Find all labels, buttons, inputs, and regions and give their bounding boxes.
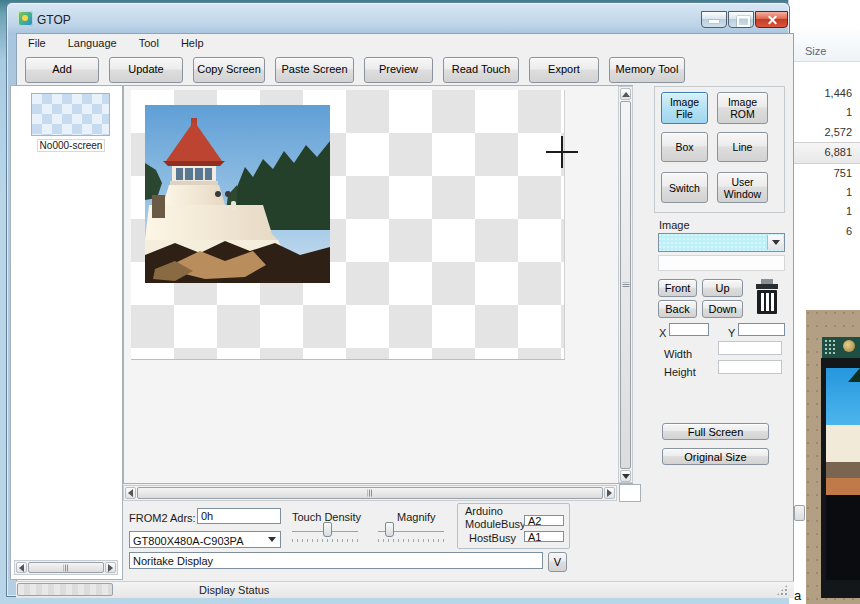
- screen-thumbnail[interactable]: [31, 93, 110, 136]
- v-button[interactable]: V: [548, 552, 567, 572]
- status-bar: [16, 581, 794, 598]
- display-shadow-band: [826, 462, 860, 478]
- size-row-selected[interactable]: 6,881: [788, 142, 860, 163]
- from2-adrs-label: FROM2 Adrs:: [129, 512, 196, 524]
- menu-language[interactable]: Language: [57, 35, 128, 52]
- status-progress-bar: [17, 583, 113, 596]
- size-column-header[interactable]: Size: [788, 28, 860, 62]
- size-header-label: Size: [805, 45, 826, 57]
- size-row[interactable]: 751: [788, 164, 860, 183]
- scroll-right-button[interactable]: [105, 562, 116, 573]
- preview-button[interactable]: Preview: [364, 57, 433, 83]
- front-button[interactable]: Front: [658, 279, 697, 297]
- full-screen-button[interactable]: Full Screen: [662, 423, 769, 440]
- chevron-down-icon[interactable]: [264, 533, 279, 546]
- size-row[interactable]: 6: [788, 222, 860, 241]
- placed-image-lighthouse[interactable]: [145, 105, 330, 283]
- menu-help[interactable]: Help: [170, 35, 215, 52]
- host-busy-label: HostBusy: [469, 532, 516, 544]
- delete-trash-icon[interactable]: [752, 277, 782, 318]
- app-icon: [18, 11, 33, 26]
- magnify-slider-thumb[interactable]: [385, 522, 394, 537]
- size-row[interactable]: 1: [788, 202, 860, 221]
- size-row[interactable]: 1: [788, 183, 860, 202]
- display-building: [826, 425, 860, 462]
- x-input[interactable]: [669, 323, 709, 336]
- menu-bar: File Language Tool Help: [17, 35, 787, 52]
- scroll-down-button[interactable]: [620, 470, 631, 482]
- arduino-group-box: Arduino ModuleBusy HostBusy: [457, 503, 570, 549]
- up-button[interactable]: Up: [702, 279, 743, 297]
- screen-thumbnail-label[interactable]: No000-screen: [37, 139, 105, 152]
- screen-list-panel: No000-screen: [10, 85, 123, 580]
- module-busy-label: ModuleBusy: [465, 518, 526, 530]
- scrollbar-thumb[interactable]: [137, 487, 603, 499]
- crosshair-cursor: [561, 136, 563, 168]
- scroll-left-button[interactable]: [16, 562, 27, 573]
- toolbar: Add Update Copy Screen Paste Screen Prev…: [25, 57, 685, 83]
- canvas-vscrollbar[interactable]: [618, 86, 633, 483]
- down-button[interactable]: Down: [702, 300, 743, 318]
- image-select-combobox[interactable]: [658, 233, 785, 252]
- from2-adrs-input[interactable]: [197, 508, 281, 524]
- back-button[interactable]: Back: [658, 300, 697, 318]
- chevron-down-icon[interactable]: [767, 235, 783, 250]
- menu-file[interactable]: File: [17, 35, 57, 52]
- scroll-right-button[interactable]: [604, 487, 615, 499]
- read-touch-button[interactable]: Read Touch: [443, 57, 519, 83]
- canvas-hscrollbar[interactable]: [123, 485, 617, 501]
- app-window: GTOP File Language Tool Help Add Update …: [6, 2, 790, 597]
- design-canvas-container: [123, 85, 633, 484]
- image-section-label: Image: [659, 219, 690, 231]
- image-list-empty-row: [658, 255, 785, 271]
- touch-density-ticks: [292, 539, 358, 542]
- size-row[interactable]: 1: [788, 103, 860, 122]
- width-label: Width: [664, 348, 692, 360]
- scrollbar-corner-box: [619, 484, 641, 502]
- pcb-pins: [825, 340, 836, 355]
- scroll-left-button[interactable]: [125, 487, 136, 499]
- maximize-button[interactable]: [728, 11, 754, 28]
- paste-screen-button[interactable]: Paste Screen: [275, 57, 354, 83]
- scrollbar-thumb[interactable]: [620, 101, 631, 469]
- window-title: GTOP: [37, 13, 71, 27]
- device-photo: [806, 310, 860, 604]
- module-busy-input[interactable]: [524, 515, 564, 526]
- update-button[interactable]: Update: [109, 57, 183, 83]
- magnify-ticks: [378, 539, 444, 542]
- memory-tool-button[interactable]: Memory Tool: [609, 57, 685, 83]
- line-tool-button[interactable]: Line: [717, 132, 768, 162]
- background-window-scrollbar-thumb[interactable]: [794, 505, 805, 521]
- size-row[interactable]: 1,446: [788, 84, 860, 103]
- add-button[interactable]: Add: [25, 57, 99, 83]
- screen-list-hscrollbar[interactable]: [14, 560, 118, 575]
- scroll-up-button[interactable]: [620, 88, 631, 100]
- pcb-component: [843, 340, 855, 352]
- module-combobox-value: GT800X480A-C903PA: [133, 535, 243, 547]
- close-button[interactable]: [755, 11, 788, 28]
- original-size-button[interactable]: Original Size: [662, 448, 769, 465]
- background-text-fragment: a: [794, 588, 801, 603]
- module-combobox[interactable]: GT800X480A-C903PA: [129, 531, 281, 548]
- user-window-tool-button[interactable]: User Window: [717, 172, 768, 203]
- magnify-label: Magnify: [397, 511, 436, 523]
- size-row[interactable]: 2,572: [788, 123, 860, 142]
- minimize-button[interactable]: [701, 11, 727, 28]
- width-input[interactable]: [718, 341, 782, 355]
- export-button[interactable]: Export: [529, 57, 599, 83]
- touch-density-slider-thumb[interactable]: [323, 522, 332, 537]
- display-dark-area: [826, 495, 860, 580]
- host-busy-input[interactable]: [524, 531, 564, 542]
- copy-screen-button[interactable]: Copy Screen: [193, 57, 265, 83]
- x-label: X: [659, 327, 666, 339]
- display-status-label: Display Status: [199, 584, 269, 596]
- height-input[interactable]: [718, 360, 782, 374]
- image-rom-tool-button[interactable]: Image ROM: [717, 92, 768, 124]
- image-file-tool-button[interactable]: Image File: [661, 92, 708, 124]
- switch-tool-button[interactable]: Switch: [661, 172, 708, 203]
- scrollbar-thumb[interactable]: [28, 562, 104, 573]
- menu-tool[interactable]: Tool: [128, 35, 170, 52]
- y-input[interactable]: [738, 323, 785, 336]
- box-tool-button[interactable]: Box: [661, 132, 708, 162]
- display-name-field[interactable]: [129, 552, 543, 569]
